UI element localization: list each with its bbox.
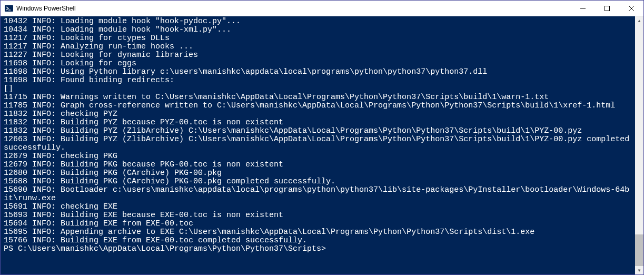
- prompt: PS C:\Users\manishkc\AppData\Local\Progr…: [4, 244, 331, 253]
- vertical-scrollbar[interactable]: ▲ ▼: [635, 16, 643, 274]
- maximize-button[interactable]: [595, 1, 619, 16]
- window-controls: [571, 1, 643, 16]
- scroll-thumb[interactable]: [635, 234, 643, 266]
- scroll-down-arrow[interactable]: ▼: [635, 266, 643, 274]
- terminal-output[interactable]: 10432 INFO: Loading module hook "hook-py…: [1, 16, 635, 274]
- powershell-icon: [5, 4, 13, 13]
- powershell-window: Windows PowerShell 10432 INFO: Loading m…: [0, 0, 644, 275]
- window-title: Windows PowerShell: [16, 5, 571, 12]
- close-button[interactable]: [619, 1, 643, 16]
- svg-rect-3: [605, 6, 610, 11]
- titlebar[interactable]: Windows PowerShell: [1, 1, 643, 16]
- scroll-up-arrow[interactable]: ▲: [635, 16, 643, 25]
- minimize-button[interactable]: [571, 1, 595, 16]
- terminal-area: 10432 INFO: Loading module hook "hook-py…: [1, 16, 643, 274]
